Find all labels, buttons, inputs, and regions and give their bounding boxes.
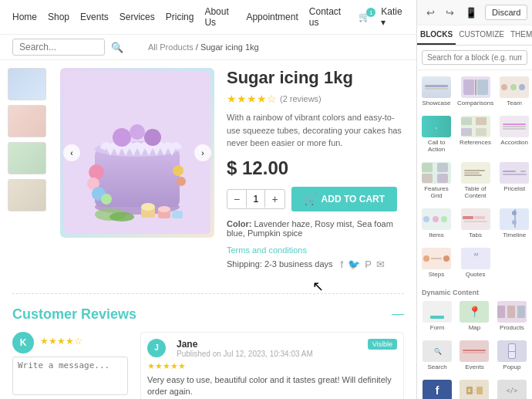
thumbnail-1[interactable]	[8, 68, 46, 100]
user-menu[interactable]: Katie ▾	[381, 6, 404, 28]
block-map[interactable]: 📍 Map	[457, 298, 491, 334]
product-image-svg	[64, 72, 210, 234]
block-cta[interactable]: Call to Action	[420, 113, 453, 156]
tab-theme[interactable]: THEME	[507, 25, 532, 45]
shipping-info: Shipping: 2-3 business days f 🐦 P ✉	[227, 259, 404, 270]
block-comparisons-visual	[461, 76, 490, 98]
blocks-grid: Showcase Comparisons Team	[420, 73, 529, 281]
search-icon[interactable]: 🔍	[111, 42, 123, 53]
block-timeline[interactable]: Timeline	[498, 205, 530, 242]
block-quotes-label: Quotes	[466, 271, 486, 278]
block-cta-label: Call to Action	[422, 139, 451, 153]
nav-events[interactable]: Events	[80, 12, 109, 22]
block-tabs[interactable]: Tabs	[456, 205, 495, 242]
block-popup-visual	[497, 340, 527, 362]
block-quotes[interactable]: " Quotes	[456, 245, 495, 281]
block-showcase-label: Showcase	[423, 100, 451, 107]
block-steps-label: Steps	[429, 271, 444, 278]
block-items-visual	[422, 208, 451, 230]
nav-about[interactable]: About Us	[204, 6, 235, 28]
tab-customize[interactable]: CUSTOMIZE	[456, 25, 507, 45]
nav-services[interactable]: Services	[120, 12, 155, 22]
reviews-count: (2 reviews)	[280, 94, 322, 103]
block-timeline-label: Timeline	[503, 232, 526, 238]
block-steps[interactable]: Steps	[420, 245, 453, 281]
block-references[interactable]: References	[456, 113, 495, 156]
block-countdown-visual: 3 :	[460, 380, 489, 399]
nav-home[interactable]: Home	[12, 12, 37, 22]
block-search[interactable]: 🔍 Search	[420, 337, 454, 374]
block-references-label: References	[460, 139, 491, 146]
discard-button[interactable]: Discard	[485, 5, 527, 20]
block-popup[interactable]: Popup	[495, 337, 529, 374]
block-facebook[interactable]: f Facebook	[420, 377, 454, 399]
write-review-panel: K ★★★★☆ Send ✕	[12, 332, 128, 400]
product-main-image: ‹	[60, 68, 214, 238]
block-cta-visual	[422, 116, 451, 137]
thumbnail-3[interactable]	[8, 142, 46, 174]
add-to-cart-button[interactable]: 🛒 ADD TO CART	[291, 187, 397, 211]
thumbnail-2[interactable]	[8, 105, 46, 137]
block-team[interactable]: Team	[498, 73, 530, 110]
image-prev-button[interactable]: ‹	[63, 144, 80, 161]
device-toggle-button[interactable]: 📱	[462, 5, 480, 20]
reviews-header: Customer Reviews —	[12, 306, 404, 323]
block-comparisons[interactable]: Comparisons	[456, 73, 495, 110]
block-embed[interactable]: </> Embed Code	[495, 377, 529, 399]
pinterest-icon[interactable]: P	[365, 259, 372, 270]
block-pricelist[interactable]: Pricelist	[498, 159, 530, 202]
facebook-icon[interactable]: f	[341, 259, 344, 270]
redo-button[interactable]: ↪	[443, 5, 457, 20]
search-input[interactable]	[12, 39, 105, 56]
block-steps-visual	[422, 248, 451, 269]
qty-decrease-button[interactable]: −	[227, 190, 246, 208]
reviews-list: J Jane Published on Jul 12, 2023, 10:34:…	[140, 332, 404, 400]
blocks-search-input[interactable]	[422, 50, 527, 65]
block-toc[interactable]: Table of Content	[456, 159, 495, 202]
svg-point-12	[177, 177, 186, 186]
product-info: Sugar icing 1kg ★★★★☆ (2 reviews) With a…	[227, 68, 404, 270]
image-next-button[interactable]: ›	[194, 144, 211, 161]
cart-icon[interactable]: 🛒 1	[359, 12, 370, 22]
review-grid: K ★★★★☆ Send ✕ J Jane	[12, 332, 404, 400]
product-area: ‹	[0, 60, 416, 278]
main-content: Home Shop Events Services Pricing About …	[0, 0, 416, 399]
block-accordion[interactable]: Accordion	[498, 113, 530, 156]
terms-link[interactable]: Terms and conditions	[227, 245, 307, 255]
block-items[interactable]: Items	[420, 205, 453, 242]
tab-blocks[interactable]: BLOCKS	[417, 25, 456, 45]
block-map-label: Map	[469, 324, 481, 331]
svg-point-5	[130, 124, 145, 140]
nav-pricing[interactable]: Pricing	[166, 12, 194, 22]
review-input[interactable]	[12, 357, 128, 395]
nav-appointment[interactable]: Appointment	[246, 12, 298, 22]
thumbnail-4[interactable]	[8, 179, 46, 211]
block-popup-label: Popup	[503, 363, 520, 370]
block-events[interactable]: Events	[457, 337, 491, 374]
email-icon[interactable]: ✉	[376, 259, 385, 270]
block-features-grid[interactable]: Features Grid	[420, 159, 453, 202]
nav-contact[interactable]: Contact us	[309, 6, 345, 28]
svg-point-16	[158, 206, 170, 212]
breadcrumb-all-products[interactable]: All Products	[148, 42, 194, 52]
block-form[interactable]: Form	[420, 298, 454, 334]
qty-increase-button[interactable]: +	[265, 190, 284, 208]
breadcrumb: All Products / Sugar icing 1kg	[136, 38, 271, 56]
block-products[interactable]: Products	[495, 298, 529, 334]
block-tabs-label: Tabs	[469, 232, 482, 238]
nav-shop[interactable]: Shop	[48, 12, 69, 22]
undo-button[interactable]: ↩	[423, 5, 438, 20]
block-toc-label: Table of Content	[457, 185, 493, 199]
block-search-label: Search	[427, 363, 446, 370]
svg-point-19	[109, 212, 134, 221]
dynamic-blocks-grid: Form 📍 Map Products	[420, 298, 529, 399]
block-comparisons-label: Comparisons	[457, 100, 493, 107]
block-facebook-visual: f	[423, 380, 452, 399]
block-showcase[interactable]: Showcase	[420, 73, 453, 110]
block-countdown[interactable]: 3 : Countdown	[457, 377, 491, 399]
reviews-collapse-button[interactable]: —	[392, 307, 404, 321]
write-review-stars[interactable]: ★★★★☆	[40, 336, 82, 347]
dynamic-content-label: Dynamic Content	[420, 286, 529, 298]
twitter-icon[interactable]: 🐦	[348, 259, 360, 270]
block-toc-visual	[461, 162, 490, 184]
